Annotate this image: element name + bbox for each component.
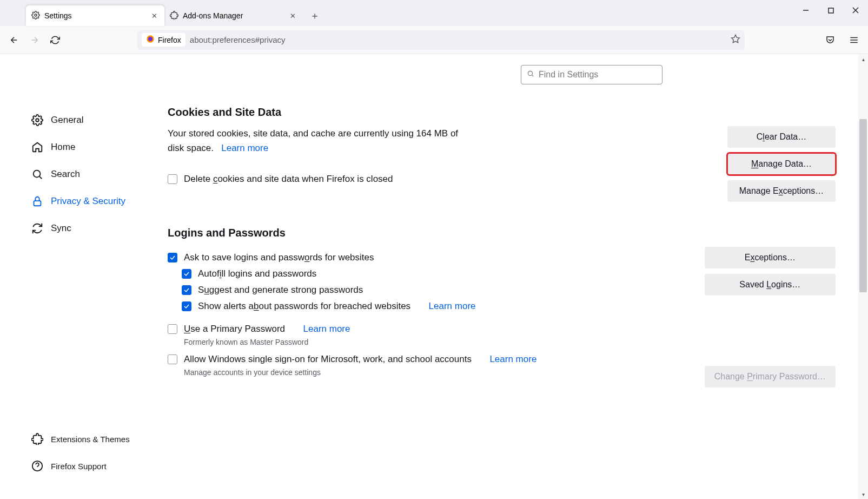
puzzle-icon: [170, 11, 178, 21]
tab-settings[interactable]: Settings ✕: [26, 5, 164, 26]
svg-line-13: [39, 176, 42, 179]
checkbox-label: Use a Primary Password: [184, 324, 285, 334]
change-primary-password-button[interactable]: Change Primary Password…: [705, 366, 836, 388]
forward-button[interactable]: [26, 31, 43, 49]
sidebar-item-label: Sync: [51, 223, 71, 234]
window-close-button[interactable]: [843, 0, 868, 21]
svg-point-17: [528, 71, 532, 75]
checkbox-label: Ask to save logins and passwords for web…: [184, 252, 374, 263]
maximize-button[interactable]: [818, 0, 843, 21]
saved-logins-button[interactable]: Saved Logins…: [705, 274, 836, 296]
sso-hint: Manage accounts in your device settings: [184, 368, 705, 377]
autofill-checkbox[interactable]: [182, 269, 191, 279]
close-icon[interactable]: ✕: [149, 11, 159, 21]
svg-point-6: [148, 37, 153, 41]
close-icon[interactable]: ✕: [288, 11, 297, 21]
scroll-up-arrow-icon[interactable]: ▴: [858, 54, 868, 64]
breach-alerts-checkbox[interactable]: [182, 301, 191, 311]
gear-icon: [31, 11, 40, 21]
learn-more-link[interactable]: Learn more: [429, 301, 476, 312]
identity-box[interactable]: Firefox: [142, 33, 185, 47]
svg-rect-2: [829, 8, 833, 13]
sidebar-item-support[interactable]: Firefox Support: [27, 458, 157, 474]
sidebar-item-search[interactable]: Search: [27, 162, 157, 186]
sidebar-item-label: Extensions & Themes: [51, 435, 130, 444]
settings-sidebar: General Home Search Privacy & Security S…: [0, 54, 157, 499]
primary-password-checkbox[interactable]: [168, 324, 177, 334]
checkbox-label: Suggest and generate strong passwords: [198, 285, 363, 296]
firefox-logo-icon: [146, 35, 155, 45]
identity-label: Firefox: [158, 36, 181, 44]
svg-rect-14: [34, 201, 41, 206]
tab-label: Add-ons Manager: [183, 11, 243, 20]
learn-more-link[interactable]: Learn more: [303, 324, 350, 334]
manage-exceptions-button[interactable]: Manage Exceptions…: [727, 180, 836, 202]
svg-marker-7: [732, 35, 740, 42]
logins-section: Logins and Passwords Ask to save logins …: [168, 227, 836, 388]
section-title: Logins and Passwords: [168, 227, 836, 239]
bookmark-star-icon[interactable]: [731, 34, 740, 46]
section-title: Cookies and Site Data: [168, 106, 836, 119]
cookies-description: Your stored cookies, site data, and cach…: [168, 126, 471, 155]
cookies-section: Cookies and Site Data Your stored cookie…: [168, 106, 836, 202]
navigation-toolbar: Firefox about:preferences#privacy: [0, 26, 868, 54]
suggest-passwords-checkbox[interactable]: [182, 285, 191, 295]
url-bar[interactable]: Firefox about:preferences#privacy: [137, 30, 745, 50]
sidebar-item-label: Firefox Support: [51, 462, 107, 471]
new-tab-button[interactable]: ＋: [306, 7, 323, 24]
checkbox-label: Show alerts about passwords for breached…: [198, 301, 410, 312]
sidebar-item-privacy[interactable]: Privacy & Security: [27, 189, 157, 213]
sidebar-item-label: Privacy & Security: [51, 196, 125, 207]
back-button[interactable]: [5, 31, 23, 49]
checkbox-label: Autofill logins and passwords: [198, 268, 316, 279]
sidebar-item-label: Home: [51, 142, 75, 153]
clear-data-button[interactable]: Clear Data…: [727, 126, 836, 148]
scroll-down-arrow-icon[interactable]: ▾: [858, 489, 868, 499]
manage-data-button[interactable]: Manage Data…: [727, 153, 836, 175]
search-placeholder: Find in Settings: [539, 70, 598, 80]
primary-password-hint: Formerly known as Master Password: [184, 338, 705, 346]
learn-more-link[interactable]: Learn more: [221, 143, 268, 153]
app-menu-icon[interactable]: [845, 31, 863, 49]
svg-point-12: [34, 170, 41, 178]
scrollbar-thumb[interactable]: [859, 119, 867, 292]
pocket-icon[interactable]: [821, 31, 839, 49]
search-icon: [527, 70, 534, 80]
logins-exceptions-button[interactable]: Exceptions…: [705, 247, 836, 268]
minimize-button[interactable]: [793, 0, 818, 21]
checkbox-label: Allow Windows single sign-on for Microso…: [184, 354, 472, 365]
vertical-scrollbar[interactable]: ▴ ▾: [858, 54, 868, 499]
url-text: about:preferences#privacy: [190, 35, 286, 44]
svg-point-11: [36, 119, 39, 122]
svg-line-18: [532, 75, 534, 77]
find-in-settings-input[interactable]: Find in Settings: [521, 65, 662, 84]
tab-strip: Settings ✕ Add-ons Manager ✕ ＋: [0, 0, 868, 26]
delete-on-close-checkbox[interactable]: [168, 174, 177, 184]
settings-main-panel: Find in Settings Cookies and Site Data Y…: [157, 54, 868, 499]
reload-button[interactable]: [47, 31, 64, 49]
sidebar-item-general[interactable]: General: [27, 108, 157, 132]
sidebar-item-label: General: [51, 115, 83, 126]
tab-label: Settings: [44, 11, 72, 20]
sidebar-item-home[interactable]: Home: [27, 135, 157, 159]
sidebar-item-label: Search: [51, 169, 80, 180]
windows-sso-checkbox[interactable]: [168, 354, 177, 364]
sidebar-item-sync[interactable]: Sync: [27, 216, 157, 240]
svg-point-0: [35, 14, 37, 16]
learn-more-link[interactable]: Learn more: [489, 354, 536, 365]
tab-addons[interactable]: Add-ons Manager ✕: [164, 5, 303, 26]
window-controls: [793, 0, 868, 21]
checkbox-label: Delete cookies and site data when Firefo…: [184, 174, 393, 185]
ask-save-logins-checkbox[interactable]: [168, 253, 177, 262]
sidebar-item-extensions[interactable]: Extensions & Themes: [27, 431, 157, 447]
